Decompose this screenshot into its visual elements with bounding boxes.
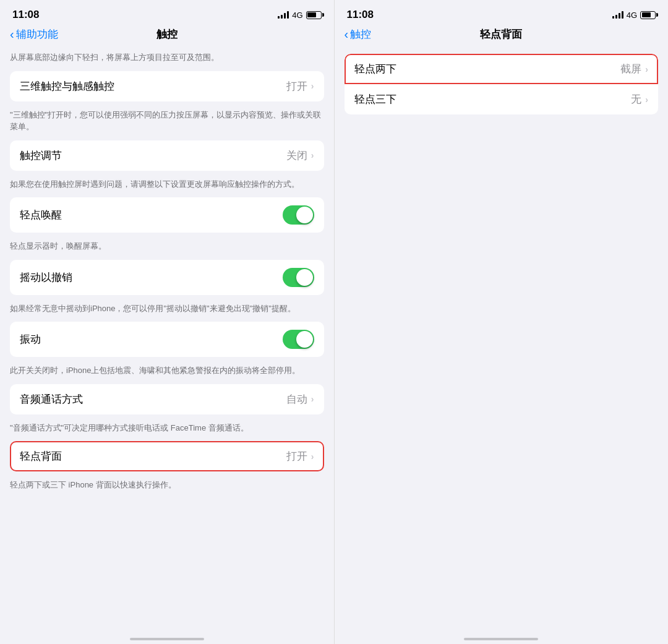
audio-call-group: 音频通话方式 自动 › xyxy=(10,384,324,414)
audio-call-value-area: 自动 › xyxy=(286,392,314,406)
audio-call-desc: "音频通话方式"可决定用哪种方式接听电话或 FaceTime 音频通话。 xyxy=(0,417,334,442)
tap-wake-desc: 轻点显示器时，唤醒屏幕。 xyxy=(0,235,334,260)
tap-wake-row[interactable]: 轻点唤醒 xyxy=(10,197,324,233)
3d-touch-desc: "三维触控"打开时，您可以使用强弱不同的压力按压屏幕，以显示内容预览、操作或关联… xyxy=(0,104,334,140)
network-label: 4G xyxy=(292,11,302,20)
right-battery-icon xyxy=(640,11,656,19)
touch-adjust-row[interactable]: 触控调节 关闭 › xyxy=(10,140,324,171)
right-status-time: 11:08 xyxy=(347,9,374,21)
left-home-bar xyxy=(130,638,204,640)
signal-icon xyxy=(278,11,289,19)
left-panel: 11:08 4G ‹ 辅助功能 触控 从屏幕底部边缘向下轻扫，将屏幕上方项目拉至… xyxy=(0,0,334,644)
right-status-bar: 11:08 4G xyxy=(335,0,669,25)
touch-adjust-chevron-icon: › xyxy=(311,150,314,160)
right-back-label: 触控 xyxy=(350,27,371,41)
right-signal-icon xyxy=(612,11,623,19)
right-home-bar xyxy=(464,638,538,640)
touch-adjust-label: 触控调节 xyxy=(20,148,62,163)
left-nav-title: 触控 xyxy=(156,27,178,41)
right-scroll-content: 轻点两下 截屏 › 轻点三下 无 › xyxy=(335,46,669,627)
vibration-desc: 此开关关闭时，iPhone上包括地震、海啸和其他紧急警报在内的振动将全部停用。 xyxy=(0,359,334,384)
left-home-indicator xyxy=(0,627,334,644)
shake-undo-row[interactable]: 摇动以撤销 xyxy=(10,260,324,295)
left-scroll-content: 从屏幕底部边缘向下轻扫，将屏幕上方项目拉至可及范围。 三维触控与触感触控 打开 … xyxy=(0,46,334,627)
top-desc: 从屏幕底部边缘向下轻扫，将屏幕上方项目拉至可及范围。 xyxy=(0,46,334,71)
double-tap-chevron-icon: › xyxy=(645,64,648,74)
back-tap-chevron-icon: › xyxy=(311,452,314,462)
shake-undo-toggle[interactable] xyxy=(283,268,314,287)
triple-tap-label: 轻点三下 xyxy=(354,92,396,106)
triple-tap-value-area: 无 › xyxy=(631,92,648,106)
vibration-label: 振动 xyxy=(20,332,41,346)
left-back-button[interactable]: ‹ 辅助功能 xyxy=(10,27,58,41)
audio-call-chevron-icon: › xyxy=(311,394,314,404)
shake-undo-desc: 如果经常无意中摇动到iPhone，您可以停用"摇动以撤销"来避免出现"撤销"提醒… xyxy=(0,298,334,322)
audio-call-label: 音频通话方式 xyxy=(20,392,83,406)
tap-wake-group: 轻点唤醒 xyxy=(10,197,324,233)
shake-undo-label: 摇动以撤销 xyxy=(20,270,72,285)
tap-wake-toggle-knob xyxy=(296,207,313,223)
audio-call-row[interactable]: 音频通话方式 自动 › xyxy=(10,384,324,414)
touch-adjust-value-area: 关闭 › xyxy=(286,148,314,163)
battery-icon xyxy=(306,11,322,19)
back-tap-label: 轻点背面 xyxy=(20,449,62,463)
left-status-time: 11:08 xyxy=(12,9,39,21)
triple-tap-value: 无 xyxy=(631,92,641,106)
double-tap-value: 截屏 xyxy=(620,62,641,76)
double-tap-label: 轻点两下 xyxy=(354,62,396,76)
audio-call-value: 自动 xyxy=(286,392,307,406)
right-status-icons: 4G xyxy=(612,11,656,20)
3d-touch-value-area: 打开 › xyxy=(286,79,314,93)
3d-touch-chevron-icon: › xyxy=(311,81,314,91)
3d-touch-value: 打开 xyxy=(286,79,307,93)
shake-undo-group: 摇动以撤销 xyxy=(10,260,324,295)
right-nav-bar: ‹ 触控 轻点背面 xyxy=(335,25,669,46)
right-network-label: 4G xyxy=(627,11,637,20)
right-back-chevron-icon: ‹ xyxy=(345,28,349,40)
left-nav-bar: ‹ 辅助功能 触控 xyxy=(0,25,334,46)
vibration-toggle[interactable] xyxy=(283,330,314,349)
tap-wake-toggle[interactable] xyxy=(283,205,314,225)
double-tap-row[interactable]: 轻点两下 截屏 › xyxy=(345,54,659,84)
left-status-icons: 4G xyxy=(278,11,321,20)
tap-wake-label: 轻点唤醒 xyxy=(20,208,62,222)
vibration-group: 振动 xyxy=(10,322,324,357)
vibration-row[interactable]: 振动 xyxy=(10,322,324,357)
back-tap-value-area: 打开 › xyxy=(286,449,314,463)
right-back-button[interactable]: ‹ 触控 xyxy=(345,27,372,41)
shake-undo-toggle-knob xyxy=(296,269,313,286)
double-tap-value-area: 截屏 › xyxy=(620,62,648,76)
triple-tap-chevron-icon: › xyxy=(645,95,648,105)
touch-adjust-value: 关闭 xyxy=(286,148,307,163)
back-tap-row[interactable]: 轻点背面 打开 › xyxy=(10,441,324,471)
touch-adjust-desc: 如果您在使用触控屏时遇到问题，请调整以下设置更改屏幕响应触控操作的方式。 xyxy=(0,173,334,198)
3d-touch-row[interactable]: 三维触控与触感触控 打开 › xyxy=(10,71,324,101)
right-panel: 11:08 4G ‹ 触控 轻点背面 xyxy=(335,0,669,644)
triple-tap-row[interactable]: 轻点三下 无 › xyxy=(345,84,659,114)
3d-touch-group: 三维触控与触感触控 打开 › xyxy=(10,71,324,101)
back-tap-group: 轻点背面 打开 › xyxy=(10,441,324,471)
vibration-toggle-knob xyxy=(296,331,313,348)
right-nav-title: 轻点背面 xyxy=(480,27,522,41)
left-back-label: 辅助功能 xyxy=(16,27,58,41)
right-top-spacer xyxy=(335,46,669,54)
right-home-indicator xyxy=(335,627,669,644)
back-tap-value: 打开 xyxy=(286,449,307,463)
left-status-bar: 11:08 4G xyxy=(0,0,334,25)
3d-touch-label: 三维触控与触感触控 xyxy=(20,79,114,93)
touch-adjust-group: 触控调节 关闭 › xyxy=(10,140,324,171)
left-back-chevron-icon: ‹ xyxy=(10,28,14,40)
back-tap-options-group: 轻点两下 截屏 › 轻点三下 无 › xyxy=(345,54,659,114)
back-tap-desc: 轻点两下或三下 iPhone 背面以快速执行操作。 xyxy=(0,474,334,499)
